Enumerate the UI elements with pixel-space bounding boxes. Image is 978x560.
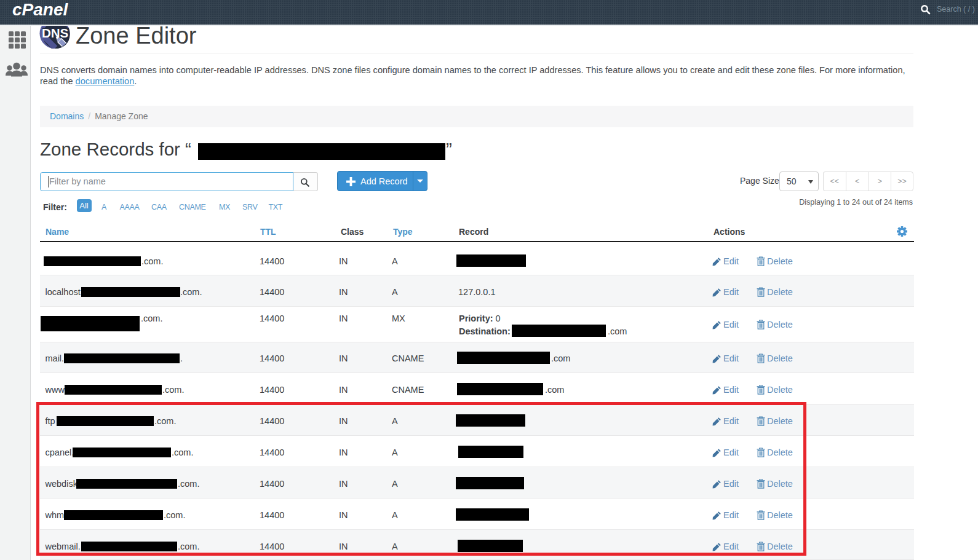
svg-text:DNS: DNS: [42, 26, 68, 40]
